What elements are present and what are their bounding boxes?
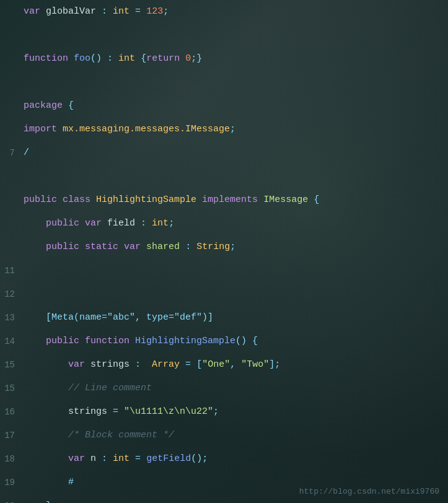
token-op: ];	[269, 359, 280, 370]
token-kw: public	[46, 336, 79, 346]
token-op: =	[135, 6, 141, 17]
token-kw: var	[68, 359, 85, 370]
line-number: 20	[0, 494, 24, 503]
line-code: var n : int = getField();	[24, 447, 448, 471]
token-fn: foo	[74, 53, 90, 64]
token-op: {	[314, 195, 319, 205]
token-plain	[191, 242, 196, 252]
line-code: var strings : Array = ["One", "Two"];	[24, 353, 448, 377]
token-type: int	[113, 453, 130, 464]
token-plain	[118, 242, 124, 252]
code-line	[0, 24, 448, 47]
token-kw: function	[85, 336, 130, 346]
token-kw: return	[146, 53, 180, 64]
token-op: :	[135, 359, 141, 370]
token-kw: var	[85, 218, 102, 229]
token-op: ()	[90, 53, 102, 64]
token-op: =	[113, 406, 118, 417]
line-code: /	[24, 141, 448, 165]
url-attribution: http://blog.csdn.net/mixi9760	[299, 486, 439, 497]
token-op: ;	[230, 124, 235, 134]
token-kw: public	[46, 242, 79, 252]
code-line: import mx.messaging.messages.IMessage;	[0, 118, 448, 141]
token-kw: public	[46, 218, 79, 229]
code-editor: var globalVar : int = 123; function foo(…	[0, 0, 448, 503]
token-kw: static	[85, 242, 118, 252]
token-num: 123	[146, 6, 163, 17]
token-plain: strings	[85, 359, 135, 370]
token-type: Array	[152, 359, 180, 370]
token-kw: public	[24, 195, 57, 205]
token-plain	[57, 195, 63, 205]
token-kw: var	[68, 453, 85, 464]
token-op: :	[141, 218, 146, 229]
line-number: 16	[0, 400, 24, 424]
line-code: // Line comment	[24, 377, 448, 400]
token-op: :	[102, 6, 107, 17]
token-op: :	[102, 453, 107, 464]
code-line	[0, 165, 448, 188]
line-code: strings = "\u1111\z\n\u22";	[24, 400, 448, 424]
token-meta: [Meta(name="abc", type="def")]	[46, 312, 213, 323]
token-plain	[90, 195, 96, 205]
line-code: var globalVar : int = 123;	[24, 0, 448, 24]
token-op: :	[107, 53, 113, 64]
token-plain	[180, 242, 185, 252]
token-plain	[141, 359, 152, 370]
token-iface: IMessage	[263, 195, 308, 205]
code-line: public class HighlightingSample implemen…	[0, 188, 448, 212]
token-type: int	[152, 218, 169, 229]
line-number: 18	[0, 447, 24, 471]
line-number: 13	[0, 306, 24, 330]
line-code: public var field : int;	[24, 212, 448, 235]
line-code: public class HighlightingSample implemen…	[24, 188, 448, 212]
token-op: ;}	[191, 53, 202, 64]
token-kw: var	[24, 6, 40, 17]
token-plain: field	[102, 218, 141, 229]
token-plain	[24, 477, 68, 488]
token-kw: import	[24, 124, 57, 134]
token-plain	[107, 453, 113, 464]
token-cls: HighlightingSample	[96, 195, 196, 205]
line-code	[24, 259, 448, 282]
token-plain	[191, 359, 196, 370]
code-line: public static var shared : String;	[0, 235, 448, 259]
token-pkg: package	[24, 100, 63, 111]
token-plain	[24, 218, 46, 229]
token-op: ();	[191, 453, 208, 464]
token-fn: getField	[146, 453, 191, 464]
token-plain	[24, 383, 68, 393]
token-plain: n	[85, 453, 102, 464]
code-line	[0, 71, 448, 94]
line-code	[24, 282, 448, 306]
token-plain	[102, 53, 107, 64]
token-plain	[107, 6, 113, 17]
token-plain	[24, 453, 68, 464]
token-plain	[308, 195, 314, 205]
code-line: 13 [Meta(name="abc", type="def")]	[0, 306, 448, 330]
token-plain	[79, 242, 85, 252]
code-line: 12	[0, 282, 448, 306]
code-line: 15 var strings : Array = ["One", "Two"];	[0, 353, 448, 377]
line-number: 12	[0, 282, 24, 306]
code-line: 16 strings = "\u1111\z\n\u22";	[0, 400, 448, 424]
token-plain	[24, 336, 46, 346]
line-code	[24, 165, 448, 188]
token-str: shared	[146, 242, 180, 252]
code-line: 18 var n : int = getField();	[0, 447, 448, 471]
token-comment: // Line comment	[68, 383, 152, 393]
token-op: {	[141, 53, 146, 64]
token-meta: #	[68, 477, 74, 488]
code-line: 15 // Line comment	[0, 377, 448, 400]
token-op: }	[46, 501, 51, 503]
line-number: 19	[0, 471, 24, 494]
line-code: [Meta(name="abc", type="def")]	[24, 306, 448, 330]
token-comment: /* Block comment */	[68, 430, 174, 440]
code-line: public var field : int;	[0, 212, 448, 235]
token-plain	[63, 100, 68, 111]
token-kw: class	[63, 195, 90, 205]
token-str: "\u1111\z\n\u22"	[124, 406, 213, 417]
token-kw: function	[24, 53, 68, 64]
code-line: package {	[0, 94, 448, 118]
line-code: public static var shared : String;	[24, 235, 448, 259]
